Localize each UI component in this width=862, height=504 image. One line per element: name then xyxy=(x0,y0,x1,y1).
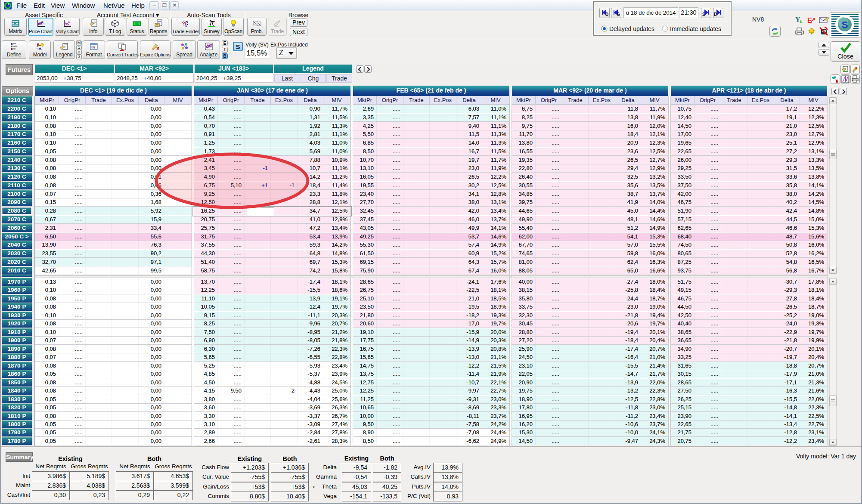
svg-text:b: b xyxy=(800,19,803,23)
svg-text:S: S xyxy=(617,12,620,17)
svg-text:S: S xyxy=(842,19,848,30)
svg-text:D: D xyxy=(605,12,608,17)
svg-text:{: { xyxy=(185,20,187,27)
svg-text:E: E xyxy=(807,17,812,24)
